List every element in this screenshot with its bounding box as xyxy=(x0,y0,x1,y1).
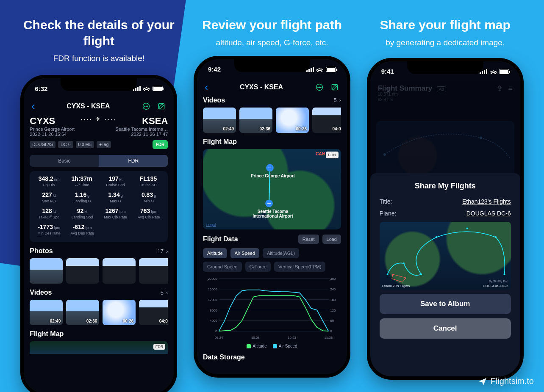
video-thumb[interactable]: 00:26 xyxy=(103,300,136,325)
metric-chip[interactable]: Vertical Speed(FPM) xyxy=(274,262,325,272)
load-button[interactable]: Load xyxy=(322,235,341,244)
edit-icon[interactable] xyxy=(157,102,166,111)
stat-cell: 348.2nmFly Dis xyxy=(32,175,66,187)
svg-text:4000: 4000 xyxy=(210,319,217,323)
svg-point-7 xyxy=(319,87,320,88)
stats-segment[interactable]: Basic FDR xyxy=(30,155,168,167)
battery-icon xyxy=(326,67,336,72)
video-thumb[interactable]: 04:07 xyxy=(312,108,341,133)
phone-1: 6:32 ‹ CYXS - KSEA xyxy=(20,75,177,392)
seg-fdr[interactable]: FDR xyxy=(99,155,168,167)
tag[interactable]: DOUGLAS xyxy=(30,141,56,148)
photo-thumb[interactable] xyxy=(103,258,136,284)
photo-thumb[interactable] xyxy=(66,258,99,284)
svg-text:0: 0 xyxy=(215,329,217,333)
save-to-album-button[interactable]: Save to Album xyxy=(380,294,511,314)
chevron-right-icon: › xyxy=(166,290,168,296)
map-legal-link[interactable]: Legal xyxy=(206,223,216,227)
reset-button[interactable]: Reset xyxy=(298,235,319,244)
svg-point-3 xyxy=(147,106,148,107)
svg-text:20000: 20000 xyxy=(208,276,218,280)
flightmap-heading: Flight Map xyxy=(30,330,64,338)
photo-thumb[interactable] xyxy=(139,258,168,284)
video-thumb[interactable]: 02:36 xyxy=(239,108,272,133)
video-thumb[interactable]: 00:26 xyxy=(276,108,309,133)
sheet-title: Share My Flights xyxy=(380,182,511,190)
svg-point-42 xyxy=(503,273,505,275)
photo-thumb[interactable] xyxy=(30,258,63,284)
photos-row[interactable] xyxy=(30,258,168,284)
svg-text:8000: 8000 xyxy=(210,308,217,312)
flightmap-heading: Flight Map xyxy=(203,138,237,146)
flight-map[interactable]: FDR CAN Prince George Airport Seattle Ta… xyxy=(203,149,341,229)
flight-data-chart[interactable]: 0400080001200016000200000601201802403000… xyxy=(203,275,341,343)
video-thumb[interactable]: 02:36 xyxy=(66,300,99,325)
plane-label: Plane: xyxy=(380,210,397,217)
col2-headline: Review your flight path xyxy=(202,17,342,33)
metric-chip[interactable]: Altitude(AGL) xyxy=(263,248,299,258)
seg-basic[interactable]: Basic xyxy=(30,155,99,167)
metric-chip[interactable]: Altitude xyxy=(203,248,227,258)
svg-text:0: 0 xyxy=(330,329,332,333)
svg-point-40 xyxy=(466,227,468,229)
dep-time: 2022-11-26 15:54 xyxy=(30,132,75,137)
cancel-button[interactable]: Cancel xyxy=(380,318,511,339)
tag-add[interactable]: +Tag xyxy=(97,141,111,148)
plane-value[interactable]: DOUGLAS DC-6 xyxy=(466,210,511,217)
videos-row[interactable]: 02:49 02:36 00:26 04:07 xyxy=(30,300,168,325)
title-value[interactable]: Ethan123's Flights xyxy=(462,198,511,205)
stat-cell: 763fpmAvg Clb Rate xyxy=(132,207,166,219)
phone-3: 9:41 Flight Summary AD ⇪ ≡ 29 legs xyxy=(367,58,524,380)
wifi-icon xyxy=(316,67,323,72)
map-dep-label: Prince George Airport xyxy=(245,174,300,179)
wifi-icon xyxy=(490,69,497,74)
more-icon[interactable] xyxy=(315,83,324,92)
fdr-mini-badge: FDR xyxy=(153,344,166,350)
metric-chip[interactable]: G-Force xyxy=(245,262,271,272)
svg-text:10:08: 10:08 xyxy=(251,336,260,340)
status-time: 6:32 xyxy=(35,85,47,92)
fdr-badge[interactable]: FDR xyxy=(153,140,168,149)
share-map-byline: By SimFly Pad xyxy=(489,280,508,283)
videos-count[interactable]: 5› xyxy=(333,97,341,103)
status-time: 9:41 xyxy=(381,68,394,75)
tag[interactable]: DC-6 xyxy=(58,141,73,148)
title-label: Title: xyxy=(380,198,392,205)
back-button[interactable]: ‹ xyxy=(205,81,208,93)
video-thumb[interactable]: 02:49 xyxy=(203,108,236,133)
col1-subline: FDR function is available! xyxy=(53,54,144,63)
edit-icon[interactable] xyxy=(330,83,339,92)
map-arr-label: Seattle Tacoma International Airport xyxy=(243,209,303,219)
back-button[interactable]: ‹ xyxy=(31,100,35,112)
svg-point-38 xyxy=(420,273,422,275)
chevron-right-icon: › xyxy=(166,248,168,254)
tag[interactable]: 0.0 MB xyxy=(76,141,94,148)
metric-chip[interactable]: Air Speed xyxy=(230,248,259,258)
status-time: 9:42 xyxy=(208,66,221,73)
svg-point-36 xyxy=(386,273,388,275)
share-map-caption-left: Ethan123's Flights xyxy=(382,284,410,288)
stat-cell: 227ktMax IAS xyxy=(32,191,66,203)
flight-map-preview[interactable]: FDR xyxy=(30,341,168,354)
stat-cell: -1773fpmMin Des Rate xyxy=(32,224,66,235)
stat-cell xyxy=(99,224,132,235)
svg-text:180: 180 xyxy=(330,298,336,301)
video-thumb[interactable]: 04:07 xyxy=(139,300,168,325)
stat-cell: 128ktTakeOff Spd xyxy=(32,207,66,219)
phone-2: 9:42 ‹ CYXS - KSEA Videos xyxy=(194,56,350,378)
stat-cell: 1h:37mAir Time xyxy=(66,175,99,187)
svg-point-6 xyxy=(318,87,319,88)
photos-count[interactable]: 17› xyxy=(158,248,168,254)
battery-icon xyxy=(153,86,163,91)
metric-chip[interactable]: Ground Speed xyxy=(203,262,242,272)
nav-title: CYXS - KSEA xyxy=(67,102,110,110)
videos-count[interactable]: 5› xyxy=(161,290,168,296)
battery-icon xyxy=(499,69,509,74)
stat-cell: -612fpmAvg Des Rate xyxy=(66,224,99,235)
more-icon[interactable] xyxy=(142,102,151,111)
paper-plane-icon xyxy=(478,377,487,386)
videos-heading: Videos xyxy=(203,97,225,104)
video-thumb[interactable]: 02:49 xyxy=(30,300,63,325)
svg-point-1 xyxy=(144,106,145,107)
svg-point-8 xyxy=(321,87,322,88)
